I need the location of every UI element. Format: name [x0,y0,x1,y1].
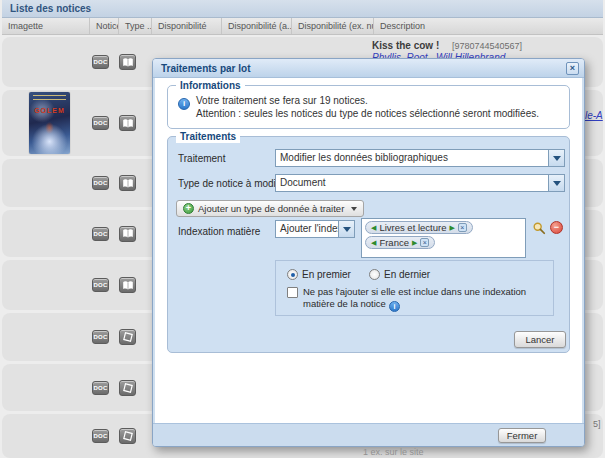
book-cover-thumbnail[interactable]: GOLEM [29,92,70,154]
radio-en-premier[interactable] [287,269,298,280]
record-isbn-partial: 5] [593,419,601,429]
info-line-2: Attention : seules les notices du type d… [196,107,539,120]
skip-if-included-label: Ne pas l'ajouter si elle est inclue dans… [303,286,553,312]
exemplar-count-note: 1 ex. sur le site [363,447,424,457]
chevron-down-icon[interactable] [548,150,564,166]
list-panel-header: Liste des notices [2,0,603,18]
doc-type-badge[interactable]: DOC [92,55,109,69]
treatments-fieldset: Traitements Traitement Modifier les donn… [167,136,570,353]
doc-type-badge[interactable]: DOC [92,330,109,344]
cover-title-text: GOLEM [29,107,70,114]
indexation-select[interactable]: Ajouter l'indexatio [275,220,355,238]
record-isbn: [9780744540567] [452,41,522,51]
indexation-terms-listbox[interactable]: ◀ Livres et lecture ▶ × ◀ France ▶ × [361,218,526,258]
column-header-type[interactable]: Type ... [119,18,152,34]
record-type-label: Type de notice à modifier [178,178,290,189]
move-right-icon[interactable]: ▶ [449,224,454,231]
treatment-select-value: Modifier les données bibliographiques [276,150,548,166]
treatments-legend: Traitements [176,130,240,143]
doc-type-badge[interactable]: DOC [92,176,109,190]
add-data-type-button[interactable]: + Ajouter un type de donnée à traiter [176,200,364,217]
doc-type-badge[interactable]: DOC [92,381,109,395]
open-book-icon[interactable] [119,175,136,191]
move-left-icon[interactable]: ◀ [371,224,376,231]
indexation-label: Indexation matière [178,226,260,237]
column-header-description[interactable]: Description [374,18,603,34]
treatment-label: Traitement [178,153,225,164]
remove-tag-icon[interactable]: × [420,238,429,247]
skip-if-included-checkbox[interactable] [287,287,298,298]
column-header-disponibilite-ex[interactable]: Disponibilité (ex. nu... [292,18,374,34]
open-book-icon[interactable] [119,54,136,70]
column-header-disponibilite-a[interactable]: Disponibilité (a... [222,18,292,34]
column-header-disponibilite[interactable]: Disponibilité [152,18,222,34]
plus-icon: + [183,203,194,214]
frame-icon[interactable] [119,329,136,345]
chevron-down-icon[interactable] [338,221,354,237]
frame-icon[interactable] [119,380,136,396]
radio-en-dernier-label: En dernier [384,269,430,280]
frame-icon[interactable] [119,428,136,444]
column-header-notice[interactable]: Notice [90,18,119,34]
dialog-footer: Fermer [153,423,584,446]
dialog-titlebar[interactable]: Traitements par lot × [153,59,584,78]
page-title: Liste des notices [10,3,91,14]
record-title: Kiss the cow ! [372,40,439,51]
dialog-close-button[interactable]: × [566,62,579,75]
doc-type-badge[interactable]: DOC [92,227,109,241]
indexation-term-tag: ◀ France ▶ × [365,236,435,249]
tag-label: Livres et lecture [379,222,446,233]
remove-tag-icon[interactable]: × [458,223,467,232]
fermer-button[interactable]: Fermer [498,428,546,443]
open-book-icon[interactable] [119,115,136,131]
record-type-select-value: Document [276,175,548,191]
indexation-select-value: Ajouter l'indexatio [276,221,338,237]
radio-en-premier-label: En premier [302,269,351,280]
close-icon: × [570,64,575,73]
chevron-down-icon[interactable] [548,175,564,191]
launch-button[interactable]: Lancer [514,331,566,348]
record-type-select[interactable]: Document [275,174,565,192]
dialog-title: Traitements par lot [161,63,566,74]
doc-type-badge[interactable]: DOC [92,429,109,443]
doc-type-badge[interactable]: DOC [92,278,109,292]
batch-treatment-dialog: Traitements par lot × Informations i Vot… [152,58,585,447]
doc-type-badge[interactable]: DOC [92,116,109,130]
column-header-imagette[interactable]: Imagette [2,18,90,34]
add-data-type-label: Ajouter un type de donnée à traiter [198,203,344,214]
treatment-select[interactable]: Modifier les données bibliographiques [275,149,565,167]
informations-fieldset: Informations i Votre traitement se fera … [167,85,570,129]
open-book-icon[interactable] [119,277,136,293]
tag-label: France [379,237,409,248]
move-left-icon[interactable]: ◀ [371,239,376,246]
open-book-icon[interactable] [119,226,136,242]
informations-legend: Informations [176,79,245,92]
indexation-term-tag: ◀ Livres et lecture ▶ × [365,221,473,234]
cover-author-band [33,94,66,102]
info-icon: i [178,98,190,110]
caret-down-icon [351,207,357,211]
radio-en-dernier[interactable] [369,269,380,280]
record-link-partial[interactable]: le-A [585,110,603,121]
move-right-icon[interactable]: ▶ [412,239,417,246]
search-icon[interactable] [532,221,546,237]
info-icon: i [389,301,400,312]
table-column-headers: Imagette Notice Type ... Disponibilité D… [2,18,603,35]
remove-criterion-icon[interactable]: − [550,221,563,234]
position-options-box: En premier En dernier Ne pas l'ajouter s… [275,260,554,316]
info-line-1: Votre traitement se fera sur 19 notices. [196,94,539,107]
